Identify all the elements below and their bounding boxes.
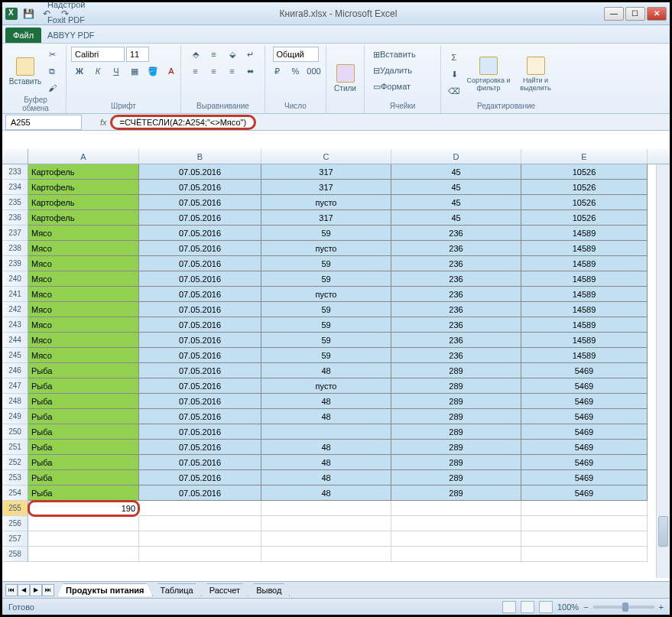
row-header[interactable]: 256 <box>2 516 28 531</box>
paste-button[interactable]: Вставить <box>10 57 41 86</box>
cell[interactable]: 5469 <box>521 485 648 501</box>
cell[interactable] <box>391 531 521 547</box>
cell[interactable]: 07.05.2016 <box>139 210 261 226</box>
cell[interactable]: Мясо <box>28 317 139 333</box>
cell[interactable]: Рыба <box>28 470 139 485</box>
cell[interactable]: 10526 <box>521 210 648 226</box>
cell[interactable]: 45 <box>391 195 521 210</box>
cell[interactable] <box>521 531 648 547</box>
cell[interactable]: 236 <box>391 317 521 333</box>
cell[interactable]: 07.05.2016 <box>139 256 261 271</box>
cell[interactable]: Рыба <box>28 455 139 470</box>
cell[interactable]: 07.05.2016 <box>139 226 261 241</box>
cut-button[interactable]: ✂ <box>44 47 60 62</box>
cell[interactable]: 59 <box>261 226 391 241</box>
format-painter-button[interactable]: 🖌 <box>44 80 60 96</box>
number-format-select[interactable] <box>273 47 319 62</box>
cell[interactable]: Рыба <box>28 424 139 440</box>
cell[interactable]: 289 <box>391 485 521 501</box>
cell[interactable]: 45 <box>391 180 521 195</box>
cell[interactable]: 07.05.2016 <box>139 164 261 180</box>
cell[interactable]: 48 <box>261 440 391 455</box>
cell[interactable]: 07.05.2016 <box>139 271 261 287</box>
cell[interactable]: 48 <box>261 409 391 424</box>
cell[interactable]: Рыба <box>28 363 139 378</box>
cells-delete-button[interactable]: ⊟ Удалить <box>369 63 416 78</box>
cell[interactable]: 07.05.2016 <box>139 317 261 333</box>
cell[interactable]: 48 <box>261 455 391 470</box>
sort-filter-button[interactable]: Сортировка и фильтр <box>466 57 511 92</box>
row-header[interactable]: 257 <box>2 531 28 547</box>
cell[interactable]: 5469 <box>521 470 648 485</box>
tab-nav-prev[interactable]: ◀ <box>18 584 30 596</box>
cell[interactable]: Картофель <box>28 195 139 210</box>
cell[interactable]: 236 <box>391 348 521 363</box>
align-bottom-button[interactable]: ⬙ <box>224 47 241 62</box>
row-header[interactable]: 239 <box>2 256 28 271</box>
cell[interactable]: 289 <box>391 363 521 378</box>
cell[interactable]: 10526 <box>521 164 648 180</box>
cell[interactable]: 317 <box>261 180 391 195</box>
scroll-thumb[interactable] <box>658 516 668 547</box>
row-header[interactable]: 248 <box>2 394 28 409</box>
cell[interactable]: 236 <box>391 241 521 256</box>
cell[interactable] <box>139 516 261 531</box>
name-box[interactable]: A255 <box>5 115 82 130</box>
cell[interactable]: 289 <box>391 455 521 470</box>
tab-nav-last[interactable]: ⏭ <box>42 584 54 596</box>
cell[interactable] <box>28 516 139 531</box>
row-header[interactable]: 243 <box>2 317 28 333</box>
zoom-out-button[interactable]: − <box>583 602 588 612</box>
cell[interactable]: 289 <box>391 409 521 424</box>
cell[interactable] <box>261 501 391 516</box>
cell[interactable] <box>391 547 521 562</box>
cell[interactable]: Мясо <box>28 333 139 348</box>
cell[interactable]: Мясо <box>28 271 139 287</box>
row-header[interactable]: 247 <box>2 378 28 394</box>
zoom-handle[interactable] <box>622 602 628 612</box>
cell[interactable] <box>391 501 521 516</box>
cell[interactable]: пусто <box>261 195 391 210</box>
cell[interactable]: 59 <box>261 333 391 348</box>
row-header[interactable]: 253 <box>2 470 28 485</box>
cell[interactable]: 07.05.2016 <box>139 424 261 440</box>
row-header[interactable]: 235 <box>2 195 28 210</box>
row-header[interactable]: 246 <box>2 363 28 378</box>
cell[interactable]: 59 <box>261 317 391 333</box>
font-name-select[interactable] <box>71 47 125 62</box>
cell[interactable]: Мясо <box>28 302 139 317</box>
cell[interactable]: 07.05.2016 <box>139 195 261 210</box>
ribbon-tab-9[interactable]: Foxit PDF <box>41 12 101 28</box>
cells-insert-button[interactable]: ⊞ Вставить <box>369 47 420 62</box>
cell[interactable]: 236 <box>391 256 521 271</box>
cell[interactable]: 48 <box>261 394 391 409</box>
cell[interactable]: 59 <box>261 348 391 363</box>
underline-button[interactable]: Ч <box>108 63 125 79</box>
wrap-text-button[interactable]: ↵ <box>242 47 259 62</box>
cell[interactable]: Картофель <box>28 180 139 195</box>
cell[interactable]: 5469 <box>521 409 648 424</box>
align-left-button[interactable]: ≡ <box>187 63 204 79</box>
cell[interactable]: Рыба <box>28 378 139 394</box>
row-header[interactable]: 254 <box>2 485 28 501</box>
cell[interactable] <box>261 516 391 531</box>
cell[interactable]: 07.05.2016 <box>139 180 261 195</box>
row-header[interactable]: 237 <box>2 226 28 241</box>
cell[interactable] <box>139 501 261 516</box>
cell[interactable]: 07.05.2016 <box>139 455 261 470</box>
cell[interactable]: Мясо <box>28 348 139 363</box>
styles-button[interactable]: Стили <box>331 64 359 93</box>
cell[interactable]: Рыба <box>28 394 139 409</box>
cell[interactable] <box>139 547 261 562</box>
select-all-button[interactable] <box>2 149 28 164</box>
tab-nav-next[interactable]: ▶ <box>30 584 42 596</box>
cell[interactable]: Картофель <box>28 164 139 180</box>
grid-body[interactable]: 233Картофель07.05.20163174510526234Карто… <box>2 164 670 578</box>
row-header[interactable]: 252 <box>2 455 28 470</box>
sheet-tab[interactable]: Продукты питания <box>57 583 153 596</box>
row-header[interactable]: 250 <box>2 424 28 440</box>
italic-button[interactable]: К <box>89 63 106 79</box>
close-button[interactable]: ✕ <box>647 7 667 21</box>
cell[interactable]: 14589 <box>521 241 648 256</box>
cell[interactable]: 14589 <box>521 302 648 317</box>
